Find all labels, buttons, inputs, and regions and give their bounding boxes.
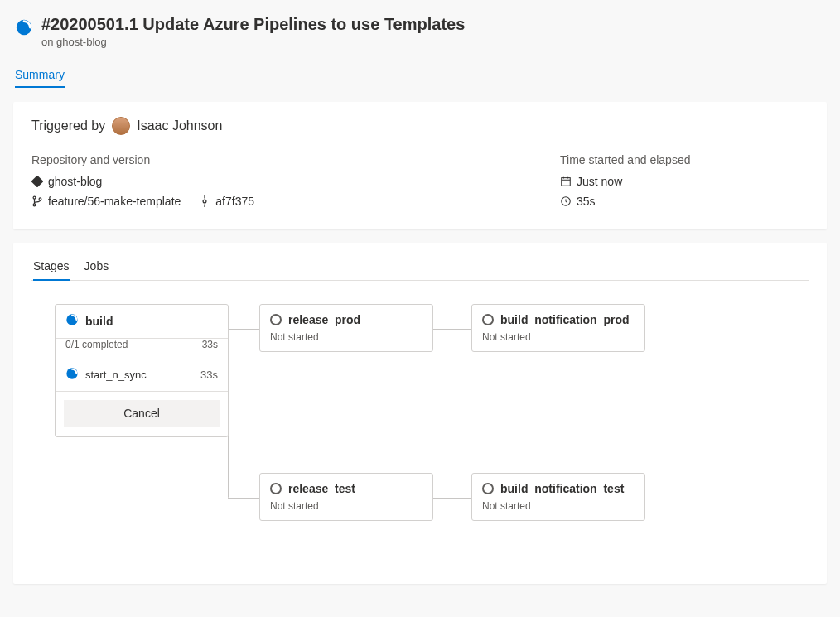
triggered-by-label: Triggered by [31, 118, 105, 133]
git-repo-icon [31, 176, 43, 187]
repo-name[interactable]: ghost-blog [48, 175, 102, 188]
running-icon [65, 313, 79, 330]
svg-point-5 [203, 200, 206, 203]
stage-name: release_prod [288, 313, 360, 326]
not-started-icon [482, 314, 494, 325]
svg-point-3 [33, 204, 36, 206]
cancel-button[interactable]: Cancel [64, 400, 220, 427]
stage-status: Not started [270, 500, 319, 512]
running-icon [65, 367, 79, 383]
running-icon [15, 18, 33, 36]
tab-jobs[interactable]: Jobs [84, 253, 109, 280]
job-row[interactable]: start_n_sync 33s [56, 359, 228, 392]
stage-name: build_notification_test [500, 482, 624, 495]
stage-build[interactable]: build 0/1 completed 33s start_n_sync 33s… [55, 304, 229, 437]
stage-build-notification-prod[interactable]: build_notification_prod Not started [471, 304, 645, 352]
run-title: #20200501.1 Update Azure Pipelines to us… [41, 15, 465, 34]
run-subtitle: on ghost-blog [41, 36, 465, 48]
stage-graph: build 0/1 completed 33s start_n_sync 33s… [43, 304, 809, 569]
stage-name: build_notification_prod [500, 313, 630, 326]
time-started: Just now [577, 175, 622, 188]
tab-stages[interactable]: Stages [33, 253, 70, 281]
stage-release-test[interactable]: release_test Not started [259, 473, 433, 521]
stage-progress: 0/1 completed [65, 339, 128, 350]
job-duration: 33s [200, 369, 218, 381]
tab-summary[interactable]: Summary [15, 63, 65, 88]
branch-name[interactable]: feature/56-make-template [48, 195, 181, 208]
not-started-icon [270, 314, 282, 325]
stage-name: build [85, 315, 113, 328]
stage-duration: 33s [202, 339, 218, 350]
stages-card: Stages Jobs build 0/1 completed 33s [13, 243, 827, 584]
svg-point-4 [39, 198, 41, 200]
clock-icon [560, 195, 572, 207]
stage-status: Not started [270, 331, 319, 343]
commit-hash[interactable]: af7f375 [215, 195, 254, 208]
inner-tabs: Stages Jobs [31, 253, 809, 281]
calendar-icon [560, 176, 572, 187]
main-tabs: Summary [0, 63, 840, 89]
svg-rect-6 [562, 178, 571, 186]
not-started-icon [482, 483, 494, 494]
stage-status: Not started [482, 331, 531, 343]
time-elapsed: 35s [577, 195, 596, 208]
stage-build-notification-test[interactable]: build_notification_test Not started [471, 473, 645, 521]
branch-icon [31, 195, 43, 207]
summary-card: Triggered by Isaac Johnson Repository an… [13, 102, 827, 229]
svg-point-2 [33, 196, 36, 199]
commit-icon [199, 195, 210, 207]
time-label: Time started and elapsed [560, 153, 809, 166]
job-name: start_n_sync [85, 369, 147, 381]
triggered-by-user[interactable]: Isaac Johnson [137, 118, 222, 133]
stage-status: Not started [482, 500, 531, 512]
svg-rect-1 [31, 176, 43, 187]
not-started-icon [270, 483, 282, 494]
avatar [112, 117, 130, 135]
stage-release-prod[interactable]: release_prod Not started [259, 304, 433, 352]
stage-name: release_test [288, 482, 355, 495]
repo-version-label: Repository and version [31, 153, 560, 166]
